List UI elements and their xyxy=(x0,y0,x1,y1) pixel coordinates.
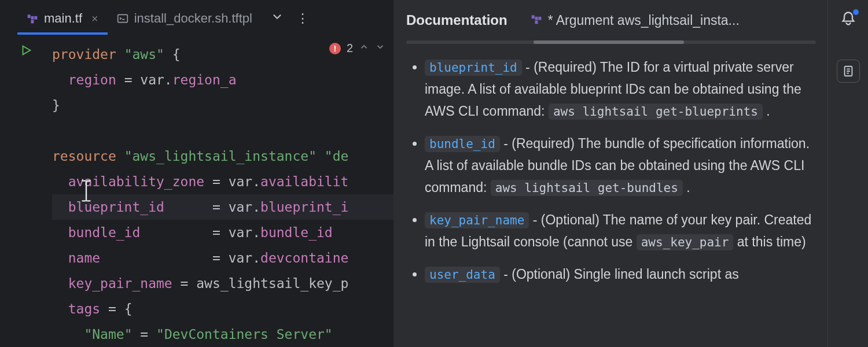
horizontal-scrollbar[interactable] xyxy=(406,40,816,44)
tab-label: main.tf xyxy=(44,11,82,26)
doc-breadcrumb[interactable]: * Argument aws_lightsail_insta... xyxy=(531,13,740,28)
doc-arg-code[interactable]: key_pair_name xyxy=(425,212,529,228)
notifications-button[interactable] xyxy=(840,10,856,31)
doc-arg-code[interactable]: user_data xyxy=(425,267,500,283)
doc-cmd-code: aws lightsail get-blueprints xyxy=(549,104,763,120)
doc-tab-title[interactable]: Documentation xyxy=(406,12,507,28)
terraform-icon xyxy=(27,13,38,24)
kebab-menu-icon[interactable]: ⋮ xyxy=(296,12,310,25)
doc-item: bundle_id - (Required) The bundle of spe… xyxy=(425,133,817,199)
doc-arg-code[interactable]: bundle_id xyxy=(425,136,500,152)
doc-item: blueprint_id - (Required) The ID for a v… xyxy=(425,57,817,123)
svg-rect-8 xyxy=(535,20,538,24)
svg-rect-2 xyxy=(34,16,37,20)
notification-dot xyxy=(853,9,859,15)
svg-rect-0 xyxy=(28,14,31,18)
svg-rect-1 xyxy=(31,16,34,20)
terraform-icon xyxy=(531,13,542,28)
svg-rect-4 xyxy=(117,14,127,22)
editor-gutter xyxy=(0,37,52,347)
tab-main-tf[interactable]: main.tf × xyxy=(17,4,108,33)
tab-install-docker[interactable]: install_docker.sh.tftpl xyxy=(108,4,262,33)
doc-column: Documentation * Argument aws_lightsail_i… xyxy=(393,0,827,347)
documentation-panel: Documentation * Argument aws_lightsail_i… xyxy=(393,0,868,347)
svg-rect-3 xyxy=(31,20,34,24)
editor-panel: main.tf × install_docker.sh.tftpl ⋮ ! 2 xyxy=(0,0,393,347)
breadcrumb-text: * Argument aws_lightsail_insta... xyxy=(548,13,740,28)
svg-rect-5 xyxy=(531,15,534,19)
close-icon[interactable]: × xyxy=(88,12,98,25)
doc-item: key_pair_name - (Optional) The name of y… xyxy=(425,209,817,253)
run-icon[interactable] xyxy=(20,44,32,60)
doc-header: Documentation * Argument aws_lightsail_i… xyxy=(405,0,817,40)
doc-arg-code[interactable]: blueprint_id xyxy=(425,60,522,76)
documentation-tool-button[interactable] xyxy=(837,60,860,83)
terminal-icon xyxy=(117,13,128,24)
scrollbar-thumb[interactable] xyxy=(534,40,684,44)
code-content[interactable]: provider "aws" { region = var.region_a }… xyxy=(52,37,393,347)
doc-cmd-code: aws_key_pair xyxy=(637,234,734,250)
tab-bar: main.tf × install_docker.sh.tftpl ⋮ xyxy=(0,0,393,37)
chevron-down-icon[interactable] xyxy=(271,10,284,27)
doc-item: user_data - (Optional) Single lined laun… xyxy=(425,264,817,286)
svg-rect-7 xyxy=(538,16,541,20)
doc-content[interactable]: blueprint_id - (Required) The ID for a v… xyxy=(405,52,817,347)
code-editor[interactable]: ! 2 provider "aws" { region = var.region… xyxy=(0,37,393,347)
svg-rect-6 xyxy=(535,16,538,20)
tab-label: install_docker.sh.tftpl xyxy=(134,11,252,26)
doc-cmd-code: aws lightsail get-bundles xyxy=(491,180,683,196)
right-toolbar xyxy=(827,0,868,347)
